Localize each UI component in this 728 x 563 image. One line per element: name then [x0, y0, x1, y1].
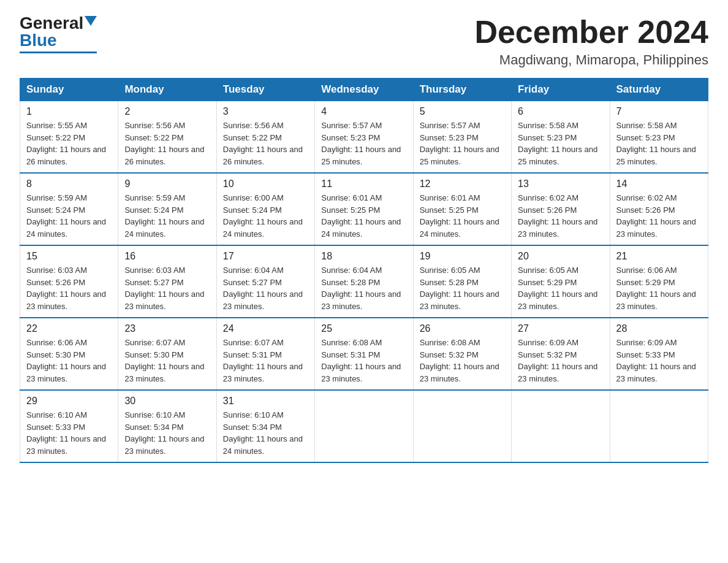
day-number: 31 — [223, 396, 308, 407]
day-info: Sunrise: 5:55 AMSunset: 5:22 PMDaylight:… — [26, 121, 106, 166]
calendar-cell: 23Sunrise: 6:07 AMSunset: 5:30 PMDayligh… — [118, 318, 216, 390]
day-info: Sunrise: 5:58 AMSunset: 5:23 PMDaylight:… — [616, 121, 696, 166]
calendar-cell: 17Sunrise: 6:04 AMSunset: 5:27 PMDayligh… — [216, 245, 314, 318]
calendar-week-2: 8Sunrise: 5:59 AMSunset: 5:24 PMDaylight… — [20, 173, 708, 245]
day-info: Sunrise: 6:08 AMSunset: 5:31 PMDaylight:… — [321, 338, 401, 383]
calendar-cell: 29Sunrise: 6:10 AMSunset: 5:33 PMDayligh… — [20, 390, 118, 462]
calendar-header: SundayMondayTuesdayWednesdayThursdayFrid… — [20, 79, 708, 101]
day-info: Sunrise: 5:56 AMSunset: 5:22 PMDaylight:… — [124, 121, 204, 166]
calendar-cell: 4Sunrise: 5:57 AMSunset: 5:23 PMDaylight… — [315, 101, 413, 174]
column-header-wednesday: Wednesday — [315, 79, 413, 101]
column-header-monday: Monday — [118, 79, 216, 101]
logo-blue-text: Blue — [20, 32, 57, 49]
day-info: Sunrise: 6:02 AMSunset: 5:26 PMDaylight:… — [616, 193, 696, 239]
column-header-friday: Friday — [512, 79, 610, 101]
logo-underline — [20, 52, 97, 53]
calendar-week-1: 1Sunrise: 5:55 AMSunset: 5:22 PMDaylight… — [20, 101, 708, 174]
month-title: December 2024 — [474, 15, 708, 50]
day-number: 21 — [616, 251, 702, 262]
day-number: 16 — [124, 251, 210, 262]
day-info: Sunrise: 6:09 AMSunset: 5:32 PMDaylight:… — [518, 338, 597, 383]
calendar-cell: 10Sunrise: 6:00 AMSunset: 5:24 PMDayligh… — [216, 173, 314, 245]
calendar-cell — [610, 390, 708, 462]
calendar-cell: 5Sunrise: 5:57 AMSunset: 5:23 PMDaylight… — [413, 101, 511, 174]
day-info: Sunrise: 6:01 AMSunset: 5:25 PMDaylight:… — [420, 193, 499, 239]
header-row: SundayMondayTuesdayWednesdayThursdayFrid… — [20, 79, 708, 101]
day-info: Sunrise: 5:57 AMSunset: 5:23 PMDaylight:… — [420, 121, 499, 166]
column-header-sunday: Sunday — [20, 79, 118, 101]
calendar-week-3: 15Sunrise: 6:03 AMSunset: 5:26 PMDayligh… — [20, 245, 708, 318]
day-number: 24 — [223, 323, 308, 334]
calendar-cell: 24Sunrise: 6:07 AMSunset: 5:31 PMDayligh… — [216, 318, 314, 390]
calendar-cell — [413, 390, 511, 462]
day-number: 26 — [420, 323, 505, 334]
day-info: Sunrise: 6:06 AMSunset: 5:30 PMDaylight:… — [26, 338, 106, 383]
calendar-cell: 31Sunrise: 6:10 AMSunset: 5:34 PMDayligh… — [216, 390, 314, 462]
calendar-cell: 20Sunrise: 6:05 AMSunset: 5:29 PMDayligh… — [512, 245, 610, 318]
calendar-cell: 22Sunrise: 6:06 AMSunset: 5:30 PMDayligh… — [20, 318, 118, 390]
calendar-table: SundayMondayTuesdayWednesdayThursdayFrid… — [20, 78, 708, 463]
day-info: Sunrise: 6:06 AMSunset: 5:29 PMDaylight:… — [616, 266, 696, 311]
calendar-cell: 9Sunrise: 5:59 AMSunset: 5:24 PMDaylight… — [118, 173, 216, 245]
calendar-cell: 3Sunrise: 5:56 AMSunset: 5:22 PMDaylight… — [216, 101, 314, 174]
day-number: 14 — [616, 178, 702, 190]
day-number: 12 — [420, 178, 505, 190]
day-info: Sunrise: 6:04 AMSunset: 5:28 PMDaylight:… — [321, 266, 401, 311]
calendar-cell: 27Sunrise: 6:09 AMSunset: 5:32 PMDayligh… — [512, 318, 610, 390]
logo: General Blue — [20, 15, 97, 53]
calendar-week-5: 29Sunrise: 6:10 AMSunset: 5:33 PMDayligh… — [20, 390, 708, 462]
day-number: 10 — [223, 178, 308, 190]
day-number: 30 — [124, 396, 210, 407]
day-number: 6 — [518, 106, 603, 117]
day-number: 7 — [616, 106, 702, 117]
day-info: Sunrise: 5:59 AMSunset: 5:24 PMDaylight:… — [124, 193, 204, 239]
calendar-cell: 15Sunrise: 6:03 AMSunset: 5:26 PMDayligh… — [20, 245, 118, 318]
day-number: 11 — [321, 178, 406, 190]
calendar-cell: 12Sunrise: 6:01 AMSunset: 5:25 PMDayligh… — [413, 173, 511, 245]
calendar-cell: 7Sunrise: 5:58 AMSunset: 5:23 PMDaylight… — [610, 101, 708, 174]
logo-triangle-icon — [85, 16, 97, 26]
day-number: 13 — [518, 178, 603, 190]
day-info: Sunrise: 6:09 AMSunset: 5:33 PMDaylight:… — [616, 338, 696, 383]
day-number: 19 — [420, 251, 505, 262]
day-number: 5 — [420, 106, 505, 117]
day-info: Sunrise: 6:07 AMSunset: 5:30 PMDaylight:… — [124, 338, 204, 383]
calendar-cell: 1Sunrise: 5:55 AMSunset: 5:22 PMDaylight… — [20, 101, 118, 174]
day-number: 27 — [518, 323, 603, 334]
day-number: 8 — [26, 178, 112, 190]
day-number: 23 — [124, 323, 210, 334]
calendar-cell: 26Sunrise: 6:08 AMSunset: 5:32 PMDayligh… — [413, 318, 511, 390]
calendar-cell — [315, 390, 413, 462]
day-info: Sunrise: 6:05 AMSunset: 5:28 PMDaylight:… — [420, 266, 499, 311]
day-info: Sunrise: 6:03 AMSunset: 5:27 PMDaylight:… — [124, 266, 204, 311]
day-number: 9 — [124, 178, 210, 190]
day-info: Sunrise: 5:58 AMSunset: 5:23 PMDaylight:… — [518, 121, 597, 166]
day-number: 17 — [223, 251, 308, 262]
title-block: December 2024 Magdiwang, Mimaropa, Phili… — [474, 15, 708, 68]
day-info: Sunrise: 6:10 AMSunset: 5:34 PMDaylight:… — [124, 410, 204, 456]
day-info: Sunrise: 6:01 AMSunset: 5:25 PMDaylight:… — [321, 193, 401, 239]
column-header-saturday: Saturday — [610, 79, 708, 101]
calendar-cell: 14Sunrise: 6:02 AMSunset: 5:26 PMDayligh… — [610, 173, 708, 245]
column-header-thursday: Thursday — [413, 79, 511, 101]
day-info: Sunrise: 6:04 AMSunset: 5:27 PMDaylight:… — [223, 266, 303, 311]
calendar-week-4: 22Sunrise: 6:06 AMSunset: 5:30 PMDayligh… — [20, 318, 708, 390]
day-info: Sunrise: 6:02 AMSunset: 5:26 PMDaylight:… — [518, 193, 597, 239]
location-title: Magdiwang, Mimaropa, Philippines — [474, 52, 708, 68]
calendar-cell: 25Sunrise: 6:08 AMSunset: 5:31 PMDayligh… — [315, 318, 413, 390]
day-info: Sunrise: 5:59 AMSunset: 5:24 PMDaylight:… — [26, 193, 106, 239]
logo-general-text: General — [20, 15, 83, 32]
calendar-cell — [512, 390, 610, 462]
column-header-tuesday: Tuesday — [216, 79, 314, 101]
calendar-cell: 8Sunrise: 5:59 AMSunset: 5:24 PMDaylight… — [20, 173, 118, 245]
day-info: Sunrise: 6:05 AMSunset: 5:29 PMDaylight:… — [518, 266, 597, 311]
calendar-cell: 11Sunrise: 6:01 AMSunset: 5:25 PMDayligh… — [315, 173, 413, 245]
calendar-cell: 2Sunrise: 5:56 AMSunset: 5:22 PMDaylight… — [118, 101, 216, 174]
day-number: 25 — [321, 323, 406, 334]
calendar-cell: 28Sunrise: 6:09 AMSunset: 5:33 PMDayligh… — [610, 318, 708, 390]
day-number: 3 — [223, 106, 308, 117]
day-number: 18 — [321, 251, 406, 262]
calendar-cell: 13Sunrise: 6:02 AMSunset: 5:26 PMDayligh… — [512, 173, 610, 245]
day-info: Sunrise: 5:56 AMSunset: 5:22 PMDaylight:… — [223, 121, 303, 166]
day-info: Sunrise: 6:00 AMSunset: 5:24 PMDaylight:… — [223, 193, 303, 239]
